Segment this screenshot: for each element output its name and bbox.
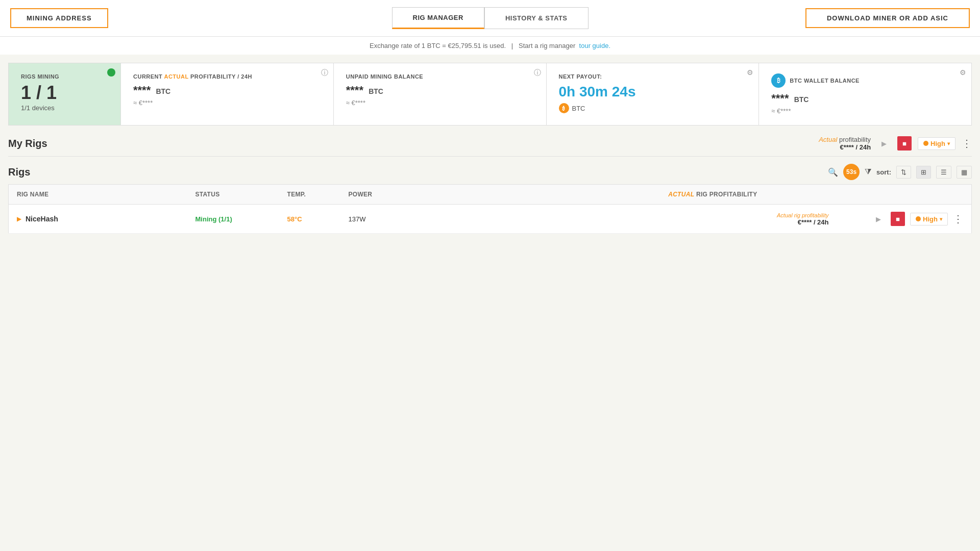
- rig-chevron-down-icon: ▾: [940, 216, 942, 222]
- exchange-bar: Exchange rate of 1 BTC = €25,795.51 is u…: [0, 37, 980, 55]
- high-dot-icon: [923, 141, 928, 146]
- mining-address-button[interactable]: MINING ADDRESS: [10, 8, 108, 28]
- rigs-table: Rig name Status Temp. Power Actual rig p…: [8, 184, 972, 234]
- stats-cards-row: RIGS MINING 1 / 1 1/1 devices ⓘ CURRENT …: [8, 63, 972, 126]
- chevron-down-icon: ▾: [947, 141, 950, 146]
- rig-temp-cell: 58°C: [279, 205, 340, 234]
- my-rigs-section: My Rigs Actual profitability €**** / 24h…: [8, 136, 972, 157]
- btc-wallet-card: ⚙ ₿ BTC WALLET BALANCE **** BTC ≈ €****: [759, 63, 971, 125]
- btc-wallet-approx: ≈ €****: [771, 107, 959, 115]
- profitability-card: ⓘ CURRENT ACTUAL PROFITABILITY / 24H ***…: [121, 63, 334, 125]
- unpaid-balance-approx: ≈ €****: [346, 99, 534, 107]
- grid-icon: ⊞: [921, 168, 926, 176]
- profitability-currency: BTC: [156, 87, 170, 95]
- profitability-label-suffix: PROFITABILITY / 24H: [188, 73, 252, 80]
- payout-settings-button[interactable]: ⚙: [747, 68, 753, 77]
- rig-manager-text: Start a rig manager: [519, 42, 575, 49]
- rigs-mining-devices: 1/1 devices: [21, 104, 108, 112]
- my-rigs-controls: Actual profitability €**** / 24h ▶ ■ Hig…: [819, 136, 972, 151]
- btc-circle-icon: ₿: [559, 103, 569, 113]
- tab-rig-manager[interactable]: RIG MANAGER: [392, 7, 484, 29]
- unpaid-balance-card: ⓘ UNPAID MINING BALANCE **** BTC ≈ €****: [334, 63, 547, 125]
- col-rig-name: Rig name: [9, 185, 187, 205]
- unpaid-info-button[interactable]: ⓘ: [534, 68, 541, 78]
- top-navigation: MINING ADDRESS RIG MANAGER HISTORY & STA…: [0, 0, 980, 37]
- rig-name-text: NiceHash: [26, 215, 58, 223]
- wallet-settings-button[interactable]: ⚙: [960, 68, 966, 77]
- tiles-icon: ▦: [961, 168, 967, 176]
- nav-center: RIG MANAGER HISTORY & STATS: [330, 7, 650, 29]
- profitability-info-button[interactable]: ⓘ: [321, 68, 328, 78]
- rig-temp-value: 58°C: [287, 215, 302, 223]
- btc-wallet-label: BTC WALLET BALANCE: [790, 78, 860, 84]
- exchange-rate-text: Exchange rate of 1 BTC = €25,795.51 is u…: [370, 42, 506, 49]
- my-rigs-profitability-label: Actual profitability: [819, 136, 871, 143]
- profitability-label-actual: ACTUAL: [164, 73, 188, 80]
- rig-name-cell: ▶ NiceHash: [9, 205, 187, 234]
- rig-stop-button[interactable]: ■: [891, 212, 905, 226]
- unpaid-balance-value: **** BTC: [346, 84, 534, 97]
- col-actions: [860, 185, 972, 205]
- unpaid-balance-label: UNPAID MINING BALANCE: [346, 73, 534, 80]
- status-dot-green: [107, 68, 115, 77]
- my-rigs-divider: [8, 156, 972, 157]
- sort-icon: ⇅: [901, 168, 906, 176]
- btc-wallet-currency: BTC: [794, 95, 809, 104]
- unpaid-balance-currency: BTC: [369, 87, 383, 95]
- next-payout-card: ⚙ NEXT PAYOUT: 0h 30m 24s ₿ BTC: [547, 63, 760, 125]
- rig-profitability-cell: Actual rig profitability €**** / 24h: [402, 205, 860, 234]
- my-rigs-profitability-value: €**** / 24h: [819, 143, 871, 151]
- next-payout-label: NEXT PAYOUT:: [559, 73, 747, 80]
- rigs-table-header-row: Rig name Status Temp. Power Actual rig p…: [9, 185, 972, 205]
- my-rigs-header: My Rigs Actual profitability €**** / 24h…: [8, 136, 972, 151]
- rigs-mining-card: RIGS MINING 1 / 1 1/1 devices: [9, 63, 121, 125]
- rig-profitability-label: Actual rig profitability: [410, 212, 829, 218]
- rigs-title: Rigs: [8, 166, 30, 178]
- col-status: Status: [187, 185, 279, 205]
- rig-high-dot-icon: [916, 216, 921, 221]
- rig-high-badge[interactable]: High ▾: [910, 213, 948, 226]
- rigs-view-tiles-button[interactable]: ▦: [957, 166, 972, 179]
- my-rigs-more-button[interactable]: ⋮: [962, 138, 972, 148]
- my-rigs-high-badge[interactable]: High ▾: [918, 137, 955, 150]
- rigs-sort-button[interactable]: ⇅: [896, 166, 911, 179]
- rigs-header: Rigs 🔍 53s ⧩ sort: ⇅ ⊞ ☰ ▦: [8, 164, 972, 180]
- rigs-filter-button[interactable]: ⧩: [865, 167, 871, 177]
- rig-status-value: Mining (1/1): [195, 215, 232, 223]
- next-payout-time: 0h 30m 24s: [559, 84, 747, 100]
- tour-guide-link[interactable]: tour guide.: [579, 42, 610, 49]
- profitability-label-prefix: CURRENT: [133, 73, 164, 80]
- col-temp: Temp.: [279, 185, 340, 205]
- my-rigs-profitability-info: Actual profitability €**** / 24h: [819, 136, 871, 151]
- my-rigs-title: My Rigs: [8, 138, 47, 149]
- tab-history-stats[interactable]: HISTORY & STATS: [484, 7, 589, 29]
- rig-power-value: 137W: [349, 215, 366, 223]
- rigs-view-grid-button[interactable]: ⊞: [916, 166, 931, 179]
- rigs-search-button[interactable]: 🔍: [828, 167, 838, 177]
- rig-power-cell: 137W: [340, 205, 402, 234]
- my-rigs-play-button[interactable]: ▶: [877, 136, 891, 151]
- search-icon: 🔍: [828, 168, 838, 177]
- rigs-sort-label: sort:: [876, 168, 891, 176]
- rigs-table-header: Rig name Status Temp. Power Actual rig p…: [9, 185, 972, 205]
- rigs-controls: 🔍 53s ⧩ sort: ⇅ ⊞ ☰ ▦: [828, 164, 972, 180]
- col-profitability: Actual rig profitability: [402, 185, 860, 205]
- rigs-mining-ratio: 1 / 1: [21, 84, 108, 102]
- actual-label: Actual: [819, 136, 837, 143]
- my-rigs-stop-button[interactable]: ■: [897, 136, 912, 151]
- rigs-mining-label: RIGS MINING: [21, 73, 108, 80]
- rigs-view-list-button[interactable]: ☰: [936, 166, 951, 179]
- rig-actions-cell: ▶ ■ High ▾ ⋮: [860, 205, 972, 234]
- chevron-right-icon: ▶: [17, 215, 21, 222]
- profitability-approx: ≈ €****: [133, 99, 321, 107]
- rig-play-button[interactable]: ▶: [871, 212, 886, 226]
- profitability-value: **** BTC: [133, 84, 321, 97]
- col-power: Power: [340, 185, 402, 205]
- download-miner-button[interactable]: DOWNLOAD MINER OR ADD ASIC: [805, 8, 970, 28]
- btc-wallet-icon: ₿: [771, 73, 786, 88]
- rig-high-badge-label: High: [923, 215, 938, 223]
- profitability-label: CURRENT ACTUAL PROFITABILITY / 24H: [133, 73, 321, 80]
- high-badge-label: High: [930, 140, 945, 147]
- btc-wallet-value: **** BTC: [771, 92, 959, 105]
- rig-more-button[interactable]: ⋮: [953, 214, 963, 224]
